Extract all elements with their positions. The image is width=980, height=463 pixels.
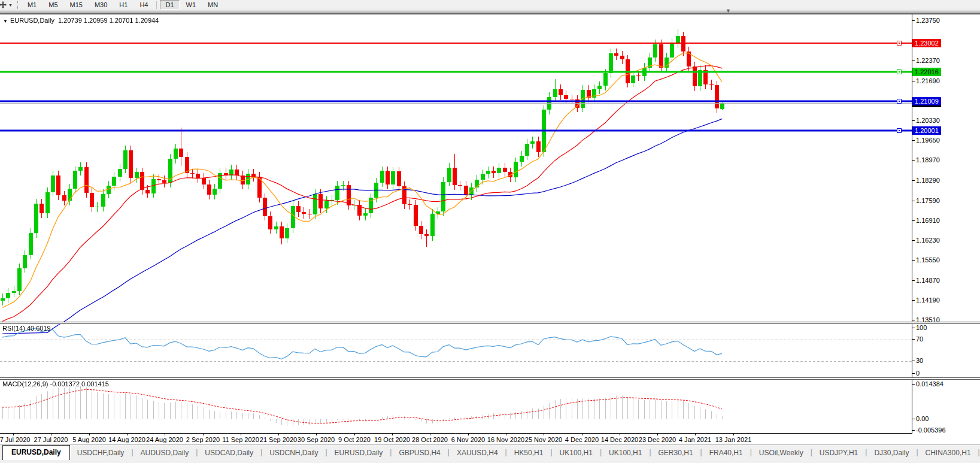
time-axis-tick bbox=[127, 434, 128, 435]
time-axis-tick bbox=[506, 434, 506, 435]
price-tick-label: 1.16230 bbox=[916, 237, 940, 244]
status-pad bbox=[0, 460, 980, 463]
time-axis-tick bbox=[733, 434, 734, 435]
price-tick-label: 1.22370 bbox=[916, 57, 940, 64]
time-axis-tick bbox=[468, 434, 469, 435]
chart-tab-usdchf-daily[interactable]: USDCHF,Daily bbox=[70, 446, 132, 460]
time-axis-tick bbox=[241, 434, 241, 435]
price-tick-label: 1.15550 bbox=[916, 256, 940, 264]
axis-tick bbox=[912, 260, 915, 261]
rsi-tick-label: 30 bbox=[916, 357, 923, 364]
chart-tab-hk50-h1[interactable]: HK50,H1 bbox=[507, 446, 551, 460]
date-label: 30 Sep 2020 bbox=[298, 436, 335, 443]
rsi-indicator-label: RSI(14) 40.6019 bbox=[2, 325, 51, 332]
axis-tick bbox=[912, 339, 915, 340]
timeframe-group-separator bbox=[156, 1, 157, 9]
axis-tick bbox=[912, 220, 915, 221]
axis-tick bbox=[912, 120, 915, 121]
time-axis-tick bbox=[582, 434, 582, 435]
time-axis-tick bbox=[354, 434, 355, 435]
price-tick-label: 1.18970 bbox=[916, 156, 940, 164]
date-label: 13 Jan 2021 bbox=[715, 436, 752, 443]
timeframe-button-m30[interactable]: M30 bbox=[89, 0, 113, 10]
chart-tab-bar: EURUSD,DailyUSDCHF,Daily|AUDUSD,Daily|US… bbox=[0, 444, 980, 460]
date-label: 6 Nov 2020 bbox=[451, 436, 485, 443]
timeframe-button-m15[interactable]: M15 bbox=[65, 0, 88, 10]
time-axis-tick bbox=[278, 434, 279, 435]
rsi-tick-label: 100 bbox=[916, 324, 927, 331]
timeframe-button-w1[interactable]: W1 bbox=[181, 0, 202, 10]
chart-tab-ger30-h1[interactable]: GER30,H1 bbox=[651, 446, 700, 460]
rsi-tick-label: 0 bbox=[916, 370, 920, 377]
date-label: 14 Aug 2020 bbox=[108, 436, 145, 443]
date-label: 2 Sep 2020 bbox=[186, 436, 220, 443]
date-label: 11 Sep 2020 bbox=[222, 436, 259, 443]
timeframe-button-h1[interactable]: H1 bbox=[114, 0, 133, 10]
tool-dropdown-caret-icon[interactable]: ▼ bbox=[7, 3, 16, 7]
chart-tab-usdcad-daily[interactable]: USDCAD,Daily bbox=[198, 446, 260, 460]
timeframe-button-mn[interactable]: MN bbox=[202, 0, 223, 10]
chart-tab-eurusd-daily[interactable]: EURUSD,Daily bbox=[327, 446, 390, 460]
date-label: 28 Oct 2020 bbox=[412, 436, 448, 443]
axis-tick bbox=[912, 300, 915, 301]
date-label: 4 Jan 2021 bbox=[679, 436, 711, 443]
macd-min-label: -0.005396 bbox=[916, 426, 946, 434]
chart-tab-audusd-daily[interactable]: AUDUSD,Daily bbox=[134, 446, 196, 460]
chart-canvas[interactable] bbox=[0, 14, 912, 434]
toolbar-grip[interactable] bbox=[17, 1, 18, 9]
time-axis-tick bbox=[657, 434, 658, 435]
collapse-chart-icon[interactable]: ▼ bbox=[3, 19, 8, 24]
axis-tick bbox=[912, 320, 915, 320]
chart-tab-gbpusd-h4[interactable]: GBPUSD,H4 bbox=[392, 446, 447, 460]
time-axis-tick bbox=[695, 434, 696, 435]
price-tick-label: 1.21690 bbox=[916, 77, 940, 84]
date-label: 25 Nov 2020 bbox=[525, 436, 562, 443]
macd-zero-label: 0.00 bbox=[916, 415, 929, 422]
axis-tick bbox=[912, 60, 915, 61]
date-label: 23 Dec 2020 bbox=[639, 436, 676, 443]
pan-tool-icon[interactable] bbox=[0, 1, 7, 9]
timeframe-button-h4[interactable]: H4 bbox=[134, 0, 153, 10]
chart-tab-dj30-daily[interactable]: DJ30,Daily bbox=[867, 446, 916, 460]
chart-title: ▼EURUSD,Daily 1.20739 1.20959 1.20701 1.… bbox=[3, 17, 159, 24]
time-axis-tick bbox=[316, 434, 317, 435]
chart-tab-usoil-weekly[interactable]: USOil,Weekly bbox=[752, 446, 811, 460]
chart-tab-xauusd-h4[interactable]: XAUUSD,H4 bbox=[450, 446, 505, 460]
chart-symbol-label: EURUSD,Daily bbox=[10, 17, 54, 24]
chart-tab-usdcnh-daily[interactable]: USDCNH,Daily bbox=[262, 446, 325, 460]
date-label: 4 Dec 2020 bbox=[565, 436, 599, 443]
price-tick-label: 1.23750 bbox=[916, 17, 940, 24]
macd-indicator-label: MACD(12,26,9) -0.001372 0.001415 bbox=[2, 380, 109, 388]
axis-tick bbox=[912, 384, 915, 385]
pane-divider-macd[interactable] bbox=[0, 377, 980, 380]
time-axis-tick bbox=[165, 434, 165, 435]
time-axis-tick bbox=[51, 434, 51, 435]
date-label: 9 Oct 2020 bbox=[338, 436, 371, 443]
chart-tab-uk100-h1[interactable]: UK100,H1 bbox=[553, 446, 600, 460]
price-tick-label: 1.14870 bbox=[916, 277, 940, 284]
chart-tab-usdjpy-h1[interactable]: USDJPY,H1 bbox=[812, 446, 865, 460]
date-label: 27 Jul 2020 bbox=[34, 436, 68, 443]
timeframe-button-m1[interactable]: M1 bbox=[22, 0, 42, 10]
timeframe-button-d1[interactable]: D1 bbox=[160, 0, 179, 10]
price-tick-label: 1.17590 bbox=[916, 197, 940, 204]
time-axis-tick bbox=[430, 434, 430, 435]
date-label: 16 Nov 2020 bbox=[487, 436, 524, 443]
price-tick-label: 1.20330 bbox=[916, 117, 940, 124]
time-axis-tick bbox=[392, 434, 393, 435]
chart-tab-china300-h1[interactable]: CHINA300,H1 bbox=[918, 446, 978, 460]
scroll-position-marker-icon[interactable]: ▼ bbox=[726, 8, 731, 14]
axis-tick bbox=[912, 201, 915, 201]
pane-divider-rsi[interactable] bbox=[0, 322, 980, 324]
time-axis-tick bbox=[13, 434, 14, 435]
chart-tab-fra40-h1[interactable]: FRA40,H1 bbox=[702, 446, 750, 460]
axis-tick bbox=[912, 373, 915, 374]
timeframe-buttons: M1M5M15M30H1H4D1W1MN bbox=[22, 0, 224, 10]
axis-tick bbox=[912, 361, 915, 361]
time-axis-tick bbox=[89, 434, 90, 435]
price-tick-label: 1.19650 bbox=[916, 137, 940, 144]
chart-tab-uk100-h1[interactable]: UK100,H1 bbox=[602, 446, 649, 460]
timeframe-button-m5[interactable]: M5 bbox=[43, 0, 63, 10]
chart-tab-eurusd-daily[interactable]: EURUSD,Daily bbox=[2, 445, 70, 460]
date-label: 24 Aug 2020 bbox=[146, 436, 183, 443]
